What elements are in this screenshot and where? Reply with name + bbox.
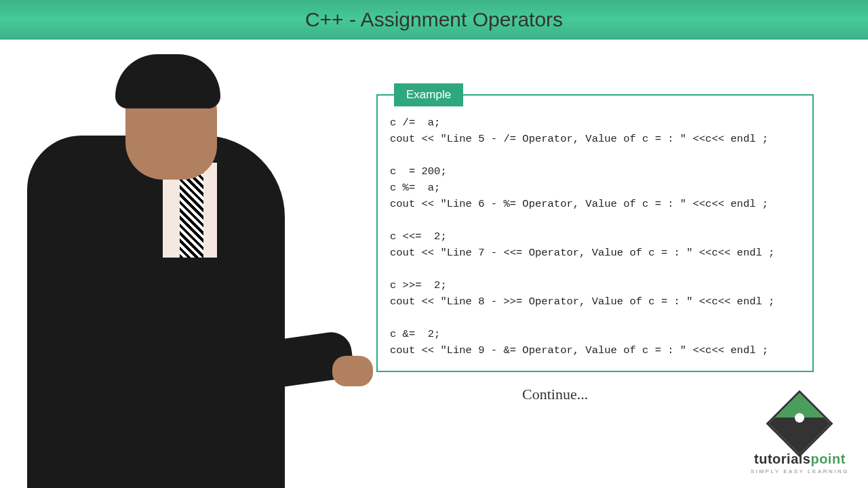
example-code-box: Example c /= a; cout << "Line 5 - /= Ope… bbox=[376, 94, 814, 372]
slide-area: Example c /= a; cout << "Line 5 - /= Ope… bbox=[0, 39, 868, 488]
page-title: C++ - Assignment Operators bbox=[305, 8, 563, 31]
example-label: Example bbox=[394, 83, 463, 106]
logo-icon bbox=[766, 390, 833, 458]
brand-logo: tutorialspoint SIMPLY EASY LEARNING bbox=[751, 400, 849, 474]
code-content: c /= a; cout << "Line 5 - /= Operator, V… bbox=[390, 115, 800, 359]
logo-tagline: SIMPLY EASY LEARNING bbox=[751, 468, 849, 474]
continue-text: Continue... bbox=[522, 386, 588, 403]
title-bar: C++ - Assignment Operators bbox=[0, 0, 868, 39]
presenter-figure bbox=[27, 68, 326, 488]
logo-name-part2: point bbox=[810, 451, 845, 466]
